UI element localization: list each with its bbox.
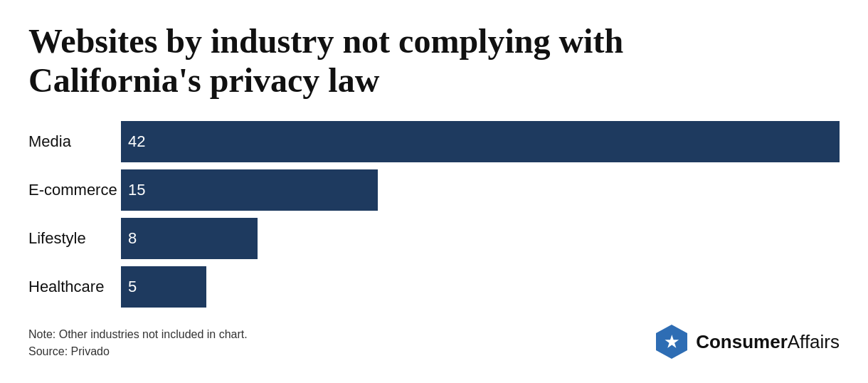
bar: 15 [121,169,378,211]
bar-row: Healthcare5 [28,266,840,308]
bar-value: 8 [128,229,137,248]
bar-wrapper: 42 [121,121,840,162]
bar-label: Lifestyle [28,229,121,248]
bar-label: Media [28,132,121,151]
bar-wrapper: 5 [121,266,840,308]
bar-value: 5 [128,278,137,296]
bar-value: 15 [128,181,145,199]
footer: Note: Other industries not included in c… [28,323,840,360]
bar-row: Lifestyle8 [28,218,840,259]
logo: ★ ConsumerAffairs [653,323,840,360]
logo-icon: ★ [653,323,690,360]
footer-source: Source: Privado [28,343,248,360]
bar-label: Healthcare [28,278,121,296]
bar: 42 [121,121,840,162]
bar: 8 [121,218,258,259]
bar-row: Media42 [28,121,840,162]
svg-text:★: ★ [665,333,679,351]
bar-wrapper: 8 [121,218,840,259]
bar-label: E-commerce [28,181,121,199]
bar-wrapper: 15 [121,169,840,211]
bar-chart: Media42E-commerce15Lifestyle8Healthcare5 [28,121,840,308]
footer-note: Note: Other industries not included in c… [28,326,248,343]
bar-row: E-commerce15 [28,169,840,211]
bar: 5 [121,266,206,308]
logo-text: ConsumerAffairs [696,331,840,353]
chart-title: Websites by industry not complying with … [28,21,840,100]
bar-value: 42 [128,132,145,151]
